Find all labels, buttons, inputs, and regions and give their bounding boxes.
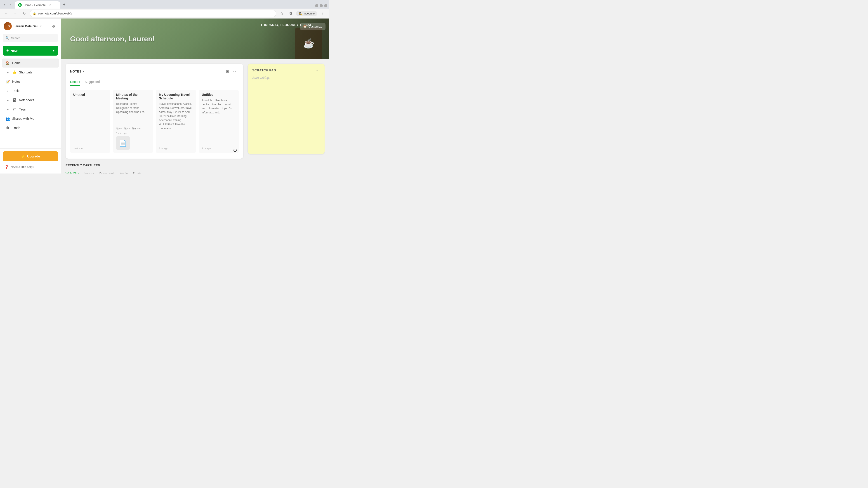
sidebar-item-shortcuts[interactable]: ▶ ⭐ Shortcuts <box>2 68 59 77</box>
upgrade-icon: ⚡ <box>21 154 25 159</box>
customize-button[interactable]: 🏠 Customize <box>300 23 326 30</box>
tab-bar: ‹ › E Home - Evernote ✕ + ─ <box>0 0 329 8</box>
notes-add-btn[interactable]: ⊞ <box>224 68 230 74</box>
upgrade-button[interactable]: ⚡ Upgrade <box>3 151 58 161</box>
new-tab-btn[interactable]: + <box>61 1 67 8</box>
settings-icon: ⚙ <box>52 24 55 29</box>
sidebar: LD Lauren Dale Deli ▾ ⚙ 🔍 Search + New ▾ <box>0 19 61 173</box>
note-2-title: Minutes of the Meeting <box>116 93 150 100</box>
sidebar-nav: 🏠 Home ▶ ⭐ Shortcuts 📝 Notes ✓ Tasks ▶ 📓… <box>0 57 61 149</box>
notes-tabs: Recent Suggested <box>70 78 239 86</box>
greeting-text: Good afternoon, Lauren! <box>70 35 155 43</box>
sidebar-item-tasks[interactable]: ✓ Tasks <box>2 86 59 95</box>
notes-widget-header: NOTES › ⊞ ··· <box>70 68 239 74</box>
scratch-pad-header: SCRATCH PAD ··· <box>252 68 320 72</box>
recently-captured-title: RECENTLY CAPTURED <box>66 164 100 167</box>
note-1-title: Untitled <box>73 93 107 96</box>
tab-close-btn[interactable]: ✕ <box>49 3 53 7</box>
main-content: ☕ Good afternoon, Lauren! THURSDAY, FEBR… <box>61 19 329 173</box>
user-name: Lauren Dale Deli <box>13 24 38 28</box>
incognito-indicator: 🕵 Incognito <box>296 11 317 16</box>
note-1-body <box>73 98 107 145</box>
tags-expand-icon: ▶ <box>5 107 10 111</box>
notebooks-label: Notebooks <box>19 98 34 102</box>
scratch-pad-body[interactable]: Start writing... <box>252 76 320 79</box>
browser-window: ‹ › E Home - Evernote ✕ + ─ ← → ↻ 🔒 ever… <box>0 0 329 19</box>
new-label: New <box>11 49 18 53</box>
trash-label: Trash <box>12 126 20 130</box>
minimize-btn[interactable]: ─ <box>315 4 318 7</box>
note-2-meta: 1 min ago <box>116 132 150 134</box>
home-label: Home <box>12 61 21 65</box>
nav-bar: ← → ↻ 🔒 evernote.com/client/web#/ ☆ ⧉ 🕵 … <box>0 8 329 19</box>
customize-label: Customize <box>309 25 322 28</box>
new-button[interactable]: + New ▾ <box>3 46 58 56</box>
new-chevron-icon: ▾ <box>53 49 55 53</box>
split-screen-btn[interactable]: ⧉ <box>287 10 294 17</box>
captured-tab-audio[interactable]: Audio <box>120 170 128 173</box>
captured-tab-documents[interactable]: Documents <box>99 170 115 173</box>
note-2-thumb-icon: 📄 <box>119 139 127 147</box>
notes-title-text: NOTES <box>70 70 82 73</box>
recently-captured-header: RECENTLY CAPTURED ··· <box>66 163 324 167</box>
close-window-btn[interactable] <box>324 4 327 7</box>
sidebar-item-notes[interactable]: 📝 Notes <box>2 77 59 86</box>
browser-menu-btn[interactable]: ⋮ <box>319 10 327 17</box>
notes-tab-recent[interactable]: Recent <box>70 78 80 86</box>
note-card-4[interactable]: Untitled About th... Use this a centra..… <box>199 90 239 153</box>
address-text: evernote.com/client/web#/ <box>38 12 72 15</box>
tags-icon: 🏷 <box>12 107 17 111</box>
sidebar-item-trash[interactable]: 🗑 Trash <box>2 123 59 132</box>
note-card-2[interactable]: Minutes of the Meeting Recorded Points: … <box>113 90 153 153</box>
help-button[interactable]: ❓ Need a little help? <box>3 163 58 171</box>
notes-title-arrow-icon: › <box>83 70 84 73</box>
shortcuts-label: Shortcuts <box>19 70 32 74</box>
note-4-title: Untitled <box>202 93 236 96</box>
sidebar-item-home[interactable]: 🏠 Home <box>2 59 59 68</box>
notes-widget: NOTES › ⊞ ··· Recent Suggested <box>66 64 243 159</box>
notes-icon: 📝 <box>5 79 10 84</box>
trash-icon: 🗑 <box>5 126 10 130</box>
sidebar-bottom: ⚡ Upgrade ❓ Need a little help? <box>0 149 61 173</box>
sidebar-item-tags[interactable]: ▶ 🏷 Tags <box>2 105 59 114</box>
scratch-pad-more-btn[interactable]: ··· <box>316 68 320 72</box>
note-2-thumbnail: 📄 <box>116 136 130 150</box>
sidebar-item-notebooks[interactable]: ▶ 📓 Notebooks <box>2 96 59 105</box>
customize-home-icon: 🏠 <box>303 25 307 28</box>
new-btn-divider <box>35 48 35 53</box>
captured-tab-web-clips[interactable]: Web Clips <box>66 170 80 173</box>
bookmark-btn[interactable]: ☆ <box>278 10 285 17</box>
shared-label: Shared with Me <box>12 117 34 121</box>
tasks-label: Tasks <box>12 89 20 93</box>
notes-tab-suggested[interactable]: Suggested <box>85 78 100 86</box>
user-chevron-icon: ▾ <box>40 25 41 28</box>
back-btn[interactable]: ← <box>3 10 10 17</box>
address-bar[interactable]: 🔒 evernote.com/client/web#/ <box>30 10 276 17</box>
reload-btn[interactable]: ↻ <box>21 10 28 17</box>
active-tab[interactable]: E Home - Evernote ✕ <box>15 1 60 8</box>
captured-tab-emails[interactable]: Emails <box>132 170 142 173</box>
new-plus-icon: + <box>6 48 9 53</box>
sidebar-item-shared[interactable]: 👥 Shared with Me <box>2 114 59 123</box>
scratch-pad-widget: SCRATCH PAD ··· Start writing... <box>248 64 324 154</box>
notes-more-btn[interactable]: ··· <box>232 68 239 74</box>
settings-button[interactable]: ⚙ <box>50 23 57 30</box>
tasks-icon: ✓ <box>5 89 10 93</box>
user-profile[interactable]: LD Lauren Dale Deli ▾ <box>4 22 41 30</box>
shortcuts-expand-icon: ▶ <box>5 70 10 74</box>
note-3-body: Travel destinations: Alaska, America, De… <box>159 102 193 145</box>
new-btn-left: + New <box>6 48 18 53</box>
sidebar-header: LD Lauren Dale Deli ▾ ⚙ <box>0 19 61 32</box>
forward-btn[interactable]: → <box>12 10 19 17</box>
prev-tab-btn[interactable]: ‹ <box>2 2 7 7</box>
captured-tab-images[interactable]: Images <box>85 170 95 173</box>
hero-banner: ☕ Good afternoon, Lauren! THURSDAY, FEBR… <box>61 19 329 59</box>
note-card-1[interactable]: Untitled Just now <box>70 90 110 153</box>
next-tab-btn[interactable]: › <box>8 2 13 7</box>
recently-captured-more-btn[interactable]: ··· <box>320 163 324 167</box>
note-card-3[interactable]: My Upcoming Travel Schedule Travel desti… <box>156 90 196 153</box>
search-box[interactable]: 🔍 Search <box>3 34 58 42</box>
notes-widget-title[interactable]: NOTES › <box>70 70 84 73</box>
maximize-btn[interactable] <box>320 4 323 7</box>
notes-widget-actions: ⊞ ··· <box>224 68 239 74</box>
